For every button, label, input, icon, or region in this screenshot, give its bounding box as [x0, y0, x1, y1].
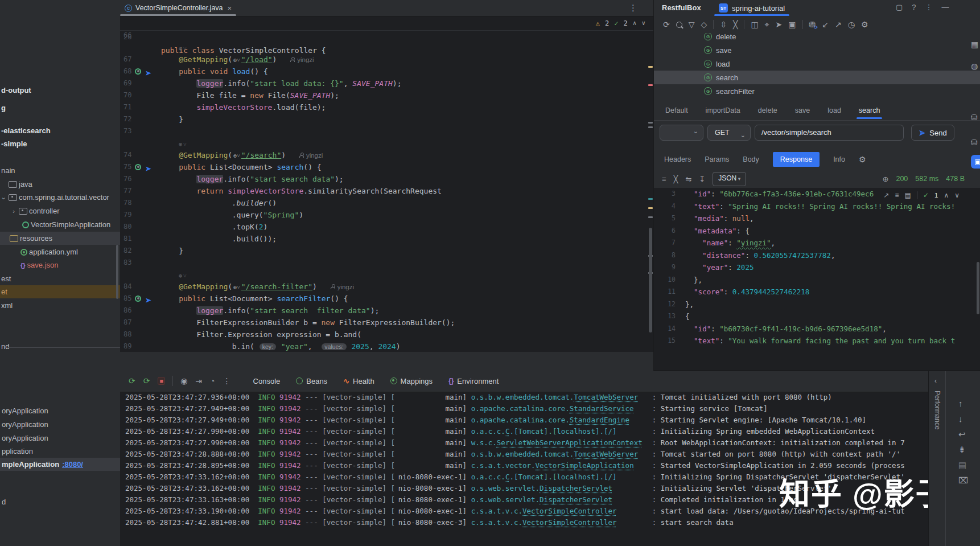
- tab-Default[interactable]: Default: [664, 102, 689, 119]
- request-item-search[interactable]: Gsearch: [654, 71, 980, 84]
- snapshot-icon[interactable]: ◉: [180, 376, 187, 385]
- url-input[interactable]: /vector/simple/search: [755, 125, 904, 141]
- annotation-inlay-icon[interactable]: ⊛˅: [179, 270, 188, 282]
- db-sync-icon[interactable]: ⛃: [809, 20, 816, 29]
- select-icon[interactable]: ⌖: [765, 20, 769, 30]
- tree-item-et[interactable]: et: [0, 285, 120, 298]
- response-json-viewer[interactable]: 3"id": "6bb776ca-f7a3-436e-91eb-c7631c49…: [654, 188, 980, 370]
- tab-delete[interactable]: delete: [757, 102, 779, 119]
- editor-scrollbar[interactable]: [648, 16, 653, 352]
- tree-item-d-output[interactable]: d-output: [0, 84, 120, 97]
- tab-health[interactable]: ∿Health: [343, 377, 374, 385]
- logger-class-link[interactable]: VectorSimpleController: [522, 507, 617, 515]
- prev-match-icon[interactable]: ∧: [944, 191, 949, 199]
- tree-item-java[interactable]: java: [0, 178, 120, 191]
- document-icon[interactable]: ▤: [905, 191, 911, 199]
- request-item-searchFilter[interactable]: GsearchFilter: [654, 84, 980, 98]
- refresh-icon[interactable]: ⟳: [663, 20, 670, 29]
- more-icon[interactable]: ⋮: [223, 376, 231, 385]
- logger-class-link[interactable]: StandardEngine: [570, 416, 629, 424]
- expand-all-icon[interactable]: ⇳: [720, 20, 727, 29]
- editor-tab[interactable]: C VectorSimpleController.java ×: [120, 0, 237, 16]
- grid-tool-icon[interactable]: ▦: [971, 40, 978, 49]
- logger-class-link[interactable]: TomcatWebServer: [574, 393, 638, 401]
- wrap-icon[interactable]: ↩: [958, 429, 966, 440]
- tree-item--elasticsearch[interactable]: -elasticsearch: [0, 124, 120, 137]
- tree-item-resources[interactable]: resources: [0, 232, 120, 245]
- tree-item-application-yml[interactable]: application.yml: [0, 245, 120, 258]
- collapse-all-icon[interactable]: ╳: [674, 175, 678, 183]
- scroll-down-icon[interactable]: ↓: [958, 414, 963, 424]
- sidebar-scrollbar[interactable]: [116, 245, 118, 299]
- add-lines-icon[interactable]: ≡: [895, 191, 899, 199]
- request-item-load[interactable]: Gload: [654, 57, 980, 71]
- panel-splitter[interactable]: [7, 347, 120, 348]
- logger-class-link[interactable]: VectorSimpleController: [522, 518, 617, 527]
- logger-class-link[interactable]: VectorSimpleApplication: [536, 461, 634, 470]
- request-item-save[interactable]: Gsave: [654, 43, 980, 57]
- mapping-globe-icon[interactable]: ⊕˅: [233, 153, 240, 159]
- tree-item-nain[interactable]: nain: [0, 164, 120, 177]
- tab-body[interactable]: Body: [743, 155, 759, 163]
- logger-class-link[interactable]: TomcatWebServer: [574, 450, 638, 458]
- rerun-icon[interactable]: ⟳: [129, 376, 135, 385]
- service-item[interactable]: pplication: [0, 445, 120, 458]
- tree-item-save-json[interactable]: {}save.json: [0, 258, 120, 272]
- logger-class-link[interactable]: StandardService: [570, 404, 634, 413]
- run-endpoint-icon[interactable]: [135, 295, 141, 302]
- settings-icon[interactable]: ⚙: [859, 155, 866, 164]
- close-tab-icon[interactable]: ×: [228, 4, 232, 13]
- service-item[interactable]: oryApplication: [0, 418, 120, 431]
- soft-wrap-icon[interactable]: ⇋: [685, 175, 691, 183]
- tab-load[interactable]: load: [826, 102, 842, 119]
- structure-icon[interactable]: ≡: [662, 175, 666, 183]
- next-warning-icon[interactable]: ∨: [641, 17, 645, 30]
- editor-more-icon[interactable]: ⋮: [629, 3, 637, 13]
- tab-params[interactable]: Params: [705, 155, 729, 163]
- run-endpoint-icon[interactable]: [135, 68, 141, 75]
- performance-tab[interactable]: ‹ Performance: [928, 370, 946, 546]
- split-icon[interactable]: ◫: [751, 20, 758, 29]
- method-select[interactable]: GET: [707, 125, 751, 141]
- chevron-right-icon[interactable]: ›: [10, 208, 17, 215]
- env-select[interactable]: [660, 125, 703, 141]
- restfulbox-tool-icon[interactable]: ▣: [971, 155, 980, 169]
- annotation-inlay-icon[interactable]: ⊛˅: [179, 138, 188, 150]
- tab-importData[interactable]: importData: [705, 102, 742, 119]
- service-item[interactable]: oryApplication: [0, 432, 120, 445]
- tab-info[interactable]: Info: [833, 155, 845, 163]
- response-scrollbar[interactable]: [977, 262, 979, 314]
- tree-item-vectorsimpleapplication[interactable]: VectorSimpleApplication: [0, 218, 120, 231]
- tag-icon[interactable]: ◇: [701, 20, 707, 29]
- scroll-up-icon[interactable]: ↑: [958, 399, 963, 408]
- tree-item-g[interactable]: g: [0, 101, 120, 114]
- print-icon[interactable]: ▤: [958, 460, 966, 470]
- next-match-icon[interactable]: ∨: [954, 191, 960, 199]
- service-port-link[interactable]: :8080/: [62, 460, 83, 469]
- settings-icon[interactable]: ⚙: [861, 20, 868, 29]
- service-item[interactable]: mpleApplication:8080/: [0, 458, 120, 471]
- tab-beans[interactable]: Beans: [296, 377, 327, 385]
- db-tool-icon[interactable]: ⛁: [971, 113, 978, 122]
- gauge-icon[interactable]: ◔: [210, 376, 215, 385]
- send-button[interactable]: Send: [911, 125, 954, 141]
- save-icon[interactable]: ↧: [699, 175, 705, 183]
- stop-icon[interactable]: ■: [158, 377, 165, 385]
- logger-class-link[interactable]: DispatcherServlet: [540, 484, 612, 492]
- import-icon[interactable]: ↙: [822, 20, 829, 29]
- tab-response[interactable]: Response: [773, 152, 820, 167]
- service-item[interactable]: oryApplication: [0, 404, 120, 417]
- tree-item-controller[interactable]: ›controller: [0, 204, 120, 217]
- search-icon[interactable]: [676, 22, 682, 28]
- tab-headers[interactable]: Headers: [664, 155, 691, 163]
- db-tool-icon[interactable]: ⛁: [971, 138, 978, 147]
- tab-save[interactable]: save: [794, 102, 811, 119]
- tab-console[interactable]: Console: [253, 377, 281, 385]
- logger-class-link[interactable]: DispatcherServlet: [540, 495, 612, 504]
- format-select[interactable]: JSON: [713, 172, 746, 186]
- clear-icon[interactable]: ⌧: [958, 475, 968, 486]
- chevron-down-icon[interactable]: ⌄: [0, 194, 7, 201]
- mapping-globe-icon[interactable]: ⊕˅: [233, 284, 240, 290]
- tab-environment[interactable]: {}Environment: [448, 377, 499, 385]
- exit-icon[interactable]: ⇥: [195, 376, 202, 385]
